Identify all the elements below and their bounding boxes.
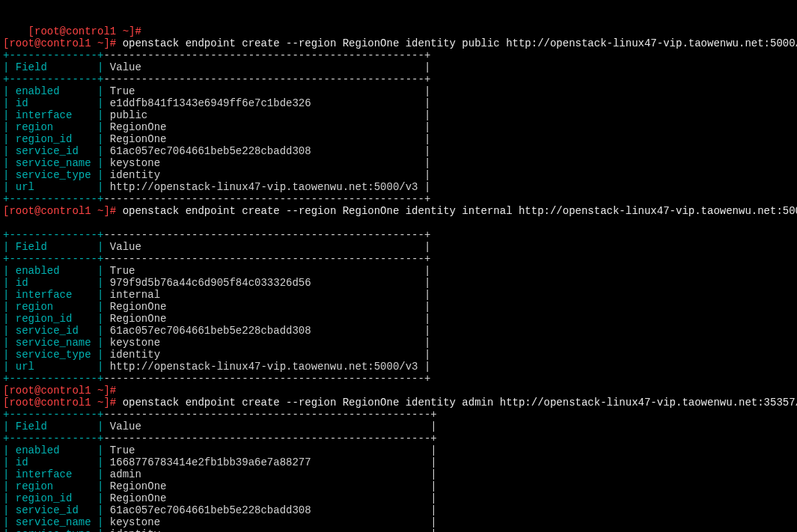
table-cell-value: http://openstack-linux47-vip.taowenwu.ne… (103, 181, 430, 193)
table-border-col1: +--------------+ (3, 73, 103, 85)
table-cell-value: keystone | (103, 516, 436, 528)
table-cell-field: | service_name | (3, 516, 103, 528)
table-cell-field: | enabled | (3, 444, 103, 456)
table-border-col1: +--------------+ (3, 373, 103, 385)
table-cell-value: 979f9d5b76a44c6d905f84c033326d56 | (103, 277, 430, 289)
table-cell-field: | region | (3, 121, 103, 133)
command-input[interactable]: openstack endpoint create --region Regio… (123, 205, 797, 217)
table-cell-field: | enabled | (3, 85, 103, 97)
table-cell-field: | interface | (3, 289, 103, 301)
table-cell-field: | region | (3, 480, 103, 492)
prompt-path: ~ (91, 37, 104, 49)
table-cell-field: | id | (3, 277, 103, 289)
table-border-col1: +--------------+ (3, 409, 103, 421)
table-cell-field: | service_name | (3, 337, 103, 349)
table-cell-value: keystone | (103, 337, 430, 349)
table-cell-field: | service_type | (3, 169, 103, 181)
prompt-truncated: [root@control1 ~]# (3, 25, 147, 37)
table-cell-field: | region | (3, 301, 103, 313)
table-cell-value: admin | (103, 468, 436, 480)
table-cell-value: True | (103, 85, 430, 97)
prompt-bracket-close: ]# (103, 397, 122, 409)
table-border-col2: ----------------------------------------… (103, 409, 436, 421)
table-cell-field: | service_id | (3, 504, 103, 516)
prompt-userhost: root@control1 (9, 397, 91, 409)
table-cell-field: | url | (3, 361, 103, 373)
table-cell-value: 61ac057ec7064661beb5e228cbadd308 | (103, 325, 430, 337)
table-cell-field: | region_id | (3, 313, 103, 325)
table-border-col1: +--------------+ (3, 432, 103, 444)
table-cell-field: | id | (3, 456, 103, 468)
table-cell-value: http://openstack-linux47-vip.taowenwu.ne… (103, 361, 430, 373)
table-cell-field: | service_type | (3, 349, 103, 361)
table-cell-value: RegionOne | (103, 313, 430, 325)
prompt-bracket-close: ]# (103, 205, 122, 217)
table-header-field: | Field | (3, 61, 103, 73)
prompt-userhost: root@control1 (9, 205, 91, 217)
table-border-col2: ----------------------------------------… (103, 432, 436, 444)
table-cell-field: | service_id | (3, 325, 103, 337)
table-cell-field: | region_id | (3, 133, 103, 145)
table-cell-field: | interface | (3, 109, 103, 121)
table-cell-field: | id | (3, 97, 103, 109)
table-cell-value: keystone | (103, 157, 430, 169)
table-cell-field: | enabled | (3, 265, 103, 277)
prompt-path: ~ (91, 205, 104, 217)
table-cell-field: | service_type | (3, 528, 103, 532)
prompt-userhost: root@control1 (9, 37, 91, 49)
table-cell-field: | url | (3, 181, 103, 193)
table-cell-value: public | (103, 109, 430, 121)
table-border-col2: ----------------------------------------… (103, 49, 430, 61)
table-border-col1: +--------------+ (3, 253, 103, 265)
prompt-path: ~ (91, 385, 104, 397)
table-border-col2: ----------------------------------------… (103, 253, 430, 265)
terminal-output[interactable]: [root@control1 ~]# [root@control1 ~]# op… (3, 25, 794, 532)
table-cell-value: RegionOne | (103, 301, 430, 313)
table-cell-field: | service_id | (3, 145, 103, 157)
prompt-userhost: root@control1 (9, 385, 91, 397)
prompt-path: ~ (91, 397, 104, 409)
command-input[interactable]: openstack endpoint create --region Regio… (123, 397, 797, 409)
table-cell-value: RegionOne | (103, 480, 436, 492)
prompt-bracket-close: ]# (103, 385, 122, 397)
table-header-field: | Field | (3, 241, 103, 253)
table-cell-value: True | (103, 444, 436, 456)
table-border-col1: +--------------+ (3, 49, 103, 61)
table-header-value: Value | (103, 421, 436, 432)
table-cell-value: True | (103, 265, 430, 277)
table-border-col2: ----------------------------------------… (103, 229, 430, 241)
table-cell-field: | interface | (3, 468, 103, 480)
table-cell-value: 1668776783414e2fb1bb39a6e7a88277 | (103, 456, 436, 468)
table-border-col2: ----------------------------------------… (103, 193, 430, 205)
table-cell-field: | region_id | (3, 492, 103, 504)
table-cell-value: identity | (103, 169, 430, 181)
table-header-value: Value | (103, 61, 430, 73)
table-header-value: Value | (103, 241, 430, 253)
table-cell-value: RegionOne | (103, 492, 436, 504)
table-cell-value: RegionOne | (103, 121, 430, 133)
table-cell-value: RegionOne | (103, 133, 430, 145)
table-cell-value: identity | (103, 349, 430, 361)
table-border-col1: +--------------+ (3, 229, 103, 241)
table-cell-value: 61ac057ec7064661beb5e228cbadd308 | (103, 145, 430, 157)
table-header-field: | Field | (3, 421, 103, 432)
command-input[interactable]: openstack endpoint create --region Regio… (123, 37, 797, 49)
table-cell-value: 61ac057ec7064661beb5e228cbadd308 | (103, 504, 436, 516)
table-cell-value: e1ddfb841f1343e6949ff6e7c1bde326 | (103, 97, 430, 109)
table-cell-value: internal | (103, 289, 430, 301)
prompt-bracket-close: ]# (103, 37, 122, 49)
table-cell-field: | service_name | (3, 157, 103, 169)
table-cell-value: identity | (103, 528, 436, 532)
table-border-col1: +--------------+ (3, 193, 103, 205)
table-border-col2: ----------------------------------------… (103, 373, 430, 385)
table-border-col2: ----------------------------------------… (103, 73, 430, 85)
